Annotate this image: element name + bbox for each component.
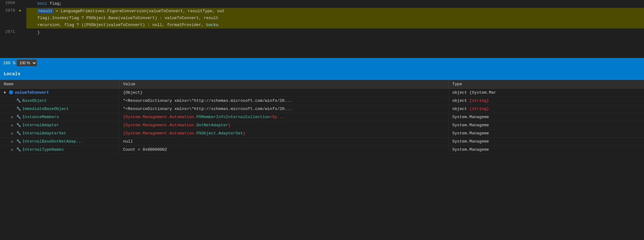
value-text: {System.Management.Automation. — [123, 115, 197, 119]
name-cell[interactable]: ▼ 🔵 valueToConvert — [0, 89, 119, 97]
expand-arrow[interactable]: ▷ — [11, 148, 15, 152]
status-bar: 100 % 100 % 75 % 125 % 150 % — [0, 58, 644, 68]
type-cell: System.Manageme — [448, 138, 644, 146]
variable-name: InstanceMembers — [22, 115, 59, 119]
value-cell: {Object} — [119, 89, 448, 97]
table-row: ▷ 🔧 InstanceMembers {System.Management.A… — [0, 113, 644, 121]
variable-name: InternalAdapter — [22, 123, 59, 128]
type-text: object — [452, 107, 470, 111]
name-cell[interactable]: ▷ 🔧 InternalAdapter — [0, 121, 119, 129]
value-text: "<ResourceDictionary xmlns=\"http://sche… — [123, 98, 292, 103]
value-classname: DotNetAdapter — [197, 123, 228, 128]
wrench-icon: 🔧 — [16, 147, 21, 152]
expand-arrow[interactable]: ▷ — [11, 131, 15, 135]
name-cell[interactable]: ▷ 🔧 InternalBaseDotNetAdap... — [0, 138, 119, 146]
value-suffix: } — [243, 131, 245, 136]
code-content-2970: result = LanguagePrimitives.FigureConver… — [26, 8, 644, 29]
wrench-icon: 🔧 — [16, 139, 21, 144]
name-cell[interactable]: ▷ 🔧 InternalAdapterSet — [0, 129, 119, 138]
line-arrow-2969 — [19, 0, 26, 1]
value-cell: {System.Management.Automation.PSObject.A… — [119, 129, 448, 138]
value-text: Count = 0x00000002 — [123, 147, 167, 152]
locals-panel-header: Locals — [0, 68, 644, 80]
line-number-2969: 2969 — [0, 0, 19, 5]
value-cell: {System.Management.Automation.DotNetAdap… — [119, 121, 448, 129]
locals-table: Name Value Type ▼ 🔵 valueToConvert {Obje… — [0, 80, 644, 154]
zoom-label: 100 % — [3, 61, 15, 65]
type-cell: object {System.Mar — [448, 89, 644, 97]
table-row: ▷ 🔧 BaseObject "<ResourceDictionary xmln… — [0, 97, 644, 105]
value-suffix: } — [228, 123, 231, 128]
wrench-icon: 🔧 — [16, 123, 21, 128]
type-suffix: {string} — [469, 98, 489, 103]
value-classname: PSObject.AdapterSet — [197, 131, 243, 136]
variable-name: InternalAdapterSet — [22, 131, 66, 136]
value-text: {System.Management.Automation. — [123, 131, 197, 136]
code-content-2971: } — [26, 29, 644, 36]
type-text: object — [452, 98, 470, 103]
variable-name: ImmediateBaseObject — [22, 107, 69, 111]
col-header-value: Value — [119, 80, 448, 89]
table-row: ▷ 🔧 InternalTypeNames Count = 0x00000002… — [0, 146, 644, 154]
type-suffix: {string} — [469, 107, 489, 111]
type-text: System.Manageme — [452, 123, 489, 128]
value-text: "<ResourceDictionary xmlns=\"http://sche… — [123, 107, 292, 111]
value-cell: Count = 0x00000002 — [119, 146, 448, 154]
value-cell: "<ResourceDictionary xmlns=\"http://sche… — [119, 105, 448, 113]
code-line-2970: 2970 ➤ result = LanguagePrimitives.Figur… — [0, 8, 644, 29]
type-cell: System.Manageme — [448, 129, 644, 138]
value-cell: null — [119, 138, 448, 146]
name-cell[interactable]: ▷ 🔧 InternalTypeNames — [0, 146, 119, 154]
type-text: object {System.Mar — [452, 90, 496, 95]
name-cell[interactable]: ▷ 🔧 ImmediateBaseObject — [0, 105, 119, 113]
variable-icon: 🔵 — [9, 90, 13, 95]
value-text: {System.Management.Automation. — [123, 123, 197, 128]
name-cell[interactable]: ▷ 🔧 InstanceMembers — [0, 113, 119, 121]
variable-name: InternalTypeNames — [22, 147, 64, 152]
type-cell: object {string} — [448, 105, 644, 113]
line-arrow-2970: ➤ — [19, 8, 26, 13]
expand-arrow[interactable]: ▷ — [11, 123, 15, 127]
zoom-control[interactable]: 100 % 100 % 75 % 125 % 150 % — [3, 60, 37, 66]
code-editor: 2969 bool flag; 2970 ➤ result = Language… — [0, 0, 644, 58]
value-cell: "<ResourceDictionary xmlns=\"http://sche… — [119, 97, 448, 105]
value-suffix: <Sy... — [270, 115, 285, 119]
wrench-icon: 🔧 — [16, 107, 21, 111]
line-arrow-2971 — [19, 29, 26, 29]
line-number-2971: 2971 — [0, 29, 19, 34]
value-text: {Object} — [123, 90, 143, 95]
type-cell: System.Manageme — [448, 113, 644, 121]
locals-title: Locals — [4, 71, 20, 76]
type-text: System.Manageme — [452, 147, 489, 152]
value-classname: PSMemberInfoInternalCollection — [197, 115, 270, 119]
expand-arrow[interactable]: ▷ — [11, 139, 15, 143]
expand-arrow[interactable]: ▼ — [4, 91, 8, 95]
table-row: ▷ 🔧 InternalAdapterSet {System.Managemen… — [0, 129, 644, 138]
type-text: System.Manageme — [452, 139, 489, 144]
code-content-2969: bool flag; — [26, 0, 644, 7]
table-header-row: Name Value Type — [0, 80, 644, 89]
name-cell[interactable]: ▷ 🔧 BaseObject — [0, 97, 119, 105]
expand-arrow[interactable]: ▷ — [11, 115, 15, 119]
table-row: ▷ 🔧 ImmediateBaseObject "<ResourceDictio… — [0, 105, 644, 113]
variable-name: InternalBaseDotNetAdap... — [22, 139, 83, 144]
type-text: System.Manageme — [452, 131, 489, 136]
table-row: ▷ 🔧 InternalBaseDotNetAdap... null Syste… — [0, 138, 644, 146]
wrench-icon: 🔧 — [16, 131, 21, 136]
variable-name: BaseObject — [22, 98, 47, 103]
code-line-2969: 2969 bool flag; — [0, 0, 644, 8]
table-row: ▷ 🔧 InternalAdapter {System.Management.A… — [0, 121, 644, 129]
value-cell: {System.Management.Automation.PSMemberIn… — [119, 113, 448, 121]
wrench-icon: 🔧 — [16, 115, 21, 119]
wrench-icon: 🔧 — [16, 98, 21, 103]
code-line-2971: 2971 } — [0, 29, 644, 36]
type-text: System.Manageme — [452, 115, 489, 119]
type-cell: System.Manageme — [448, 146, 644, 154]
zoom-dropdown[interactable]: 100 % 75 % 125 % 150 % — [17, 60, 37, 66]
type-cell: object {string} — [448, 97, 644, 105]
type-cell: System.Manageme — [448, 121, 644, 129]
table-row: ▼ 🔵 valueToConvert {Object} object {Syst… — [0, 89, 644, 97]
value-text: null — [123, 139, 133, 144]
col-header-type: Type — [448, 80, 644, 89]
line-number-2970: 2970 — [0, 8, 19, 13]
